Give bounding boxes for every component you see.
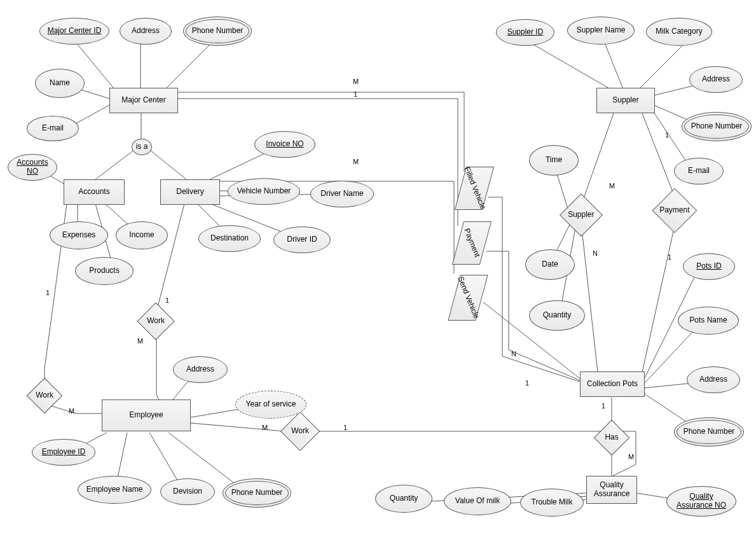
- label: Quality Assurance NO: [677, 492, 726, 510]
- card: N: [593, 249, 598, 257]
- attr-major-center-id: Major Center ID: [39, 18, 109, 45]
- label: Collection Pots: [587, 380, 638, 389]
- label: Time: [546, 156, 562, 165]
- label: Employee Name: [86, 485, 143, 494]
- attr-devision: Devision: [160, 478, 215, 505]
- label: Suppler: [612, 96, 638, 105]
- label: Suppler: [568, 211, 594, 219]
- attr-quantity: Quantity: [529, 300, 585, 331]
- label: Payment: [462, 227, 482, 258]
- attr-supplier-name: Suppler Name: [567, 17, 635, 45]
- label: Employee ID: [42, 448, 86, 457]
- label: Has: [602, 433, 621, 442]
- card: M: [137, 337, 143, 345]
- card: M: [262, 424, 268, 431]
- attr-time: Time: [529, 145, 579, 176]
- attr-supplier-id: Suppler ID: [496, 19, 554, 46]
- label: Vehicle Number: [237, 187, 291, 196]
- card: M: [628, 453, 634, 461]
- attr-vehicle-number: Vehicle Number: [228, 178, 300, 205]
- attr-employee-id: Employee ID: [32, 439, 95, 466]
- card: 1: [165, 296, 169, 304]
- label: Milk Category: [656, 27, 702, 36]
- attr-milk-category: Milk Category: [646, 18, 712, 46]
- attr-cp-phone: Phone Number: [674, 417, 744, 447]
- attr-mc-email: E-mail: [27, 116, 79, 141]
- label: Work: [289, 427, 311, 436]
- isa-specialization: is a: [132, 139, 152, 155]
- card: 1: [343, 424, 347, 431]
- attr-mc-name: Name: [35, 69, 85, 98]
- label: Quantity: [390, 494, 418, 503]
- attr-date: Date: [525, 249, 575, 280]
- label: Employee: [129, 411, 163, 420]
- attr-accounts-no: Accounts NO: [8, 154, 57, 181]
- entity-quality-assurance: Quality Assurance: [586, 476, 637, 504]
- entity-employee: Employee: [102, 400, 191, 431]
- label: Major Center ID: [48, 27, 102, 36]
- label: Address: [702, 75, 730, 84]
- attr-pots-name: Pots Name: [678, 307, 739, 335]
- attr-sup-email: E-mail: [674, 158, 724, 184]
- label: Products: [89, 267, 119, 275]
- label: Phone Number: [192, 27, 244, 36]
- label: Quality Assurance: [594, 481, 630, 499]
- label: Accounts NO: [17, 158, 48, 176]
- attr-sup-address: Address: [689, 66, 743, 93]
- entity-major-center: Major Center: [109, 88, 178, 113]
- label: Year of service: [246, 400, 296, 409]
- attr-emp-address: Address: [173, 356, 228, 383]
- entity-delivery: Delivery: [160, 179, 220, 205]
- label: Value Of milk: [455, 497, 500, 506]
- label: Address: [132, 27, 160, 36]
- entity-collection-pots: Collection Pots: [580, 372, 645, 397]
- attr-mc-phone: Phone Number: [183, 17, 252, 46]
- card: M: [353, 158, 359, 165]
- card: 1: [525, 379, 529, 387]
- attr-driver-name: Driver Name: [310, 181, 374, 207]
- attr-expenses: Expenses: [50, 221, 108, 249]
- attr-employee-name: Employee Name: [78, 476, 151, 504]
- label: Address: [699, 375, 727, 384]
- card: M: [353, 78, 359, 85]
- attr-invoice-no: Invoice NO: [254, 131, 315, 158]
- label: Work: [35, 391, 54, 400]
- label: Destination: [210, 234, 249, 243]
- card: M: [609, 182, 615, 190]
- entity-accounts: Accounts: [64, 179, 125, 205]
- label: Work: [146, 317, 166, 326]
- label: Pots Name: [689, 316, 727, 325]
- attr-sup-phone: Phone Number: [682, 112, 752, 141]
- label: Trouble Milk: [532, 498, 573, 507]
- label: E-mail: [688, 167, 710, 176]
- label: Expenses: [62, 231, 96, 240]
- label: Quantity: [543, 311, 572, 320]
- attr-income: Income: [116, 221, 168, 249]
- attr-mc-address: Address: [120, 18, 172, 45]
- entity-supplier: Suppler: [596, 88, 655, 113]
- attr-driver-id: Driver ID: [273, 226, 331, 253]
- attr-products: Products: [75, 257, 134, 285]
- label: Name: [50, 79, 70, 88]
- label: Payment: [659, 206, 689, 215]
- attr-trouble-milk: Trouble Milk: [520, 489, 584, 517]
- label: Send Vehicle: [455, 275, 480, 320]
- label: Pots ID: [696, 262, 721, 271]
- label: Filled Vehicle: [462, 166, 486, 211]
- label: Phone Number: [684, 427, 735, 436]
- label: Phone Number: [231, 489, 283, 497]
- label: Income: [129, 231, 154, 240]
- label: Date: [542, 260, 558, 269]
- card: 1: [668, 253, 671, 261]
- label: Devision: [173, 487, 202, 496]
- label: Driver ID: [287, 235, 317, 244]
- label: Delivery: [176, 188, 203, 197]
- label: Address: [186, 365, 214, 374]
- attr-year-of-service: Year of service: [235, 391, 306, 419]
- attr-qa-quantity: Quantity: [375, 485, 432, 513]
- label: Phone Number: [691, 122, 743, 131]
- label: Major Center: [121, 96, 165, 105]
- er-diagram: Major Center Accounts Delivery Employee …: [0, 0, 756, 535]
- attr-qa-no: Quality Assurance NO: [666, 486, 736, 517]
- card: M: [69, 407, 74, 415]
